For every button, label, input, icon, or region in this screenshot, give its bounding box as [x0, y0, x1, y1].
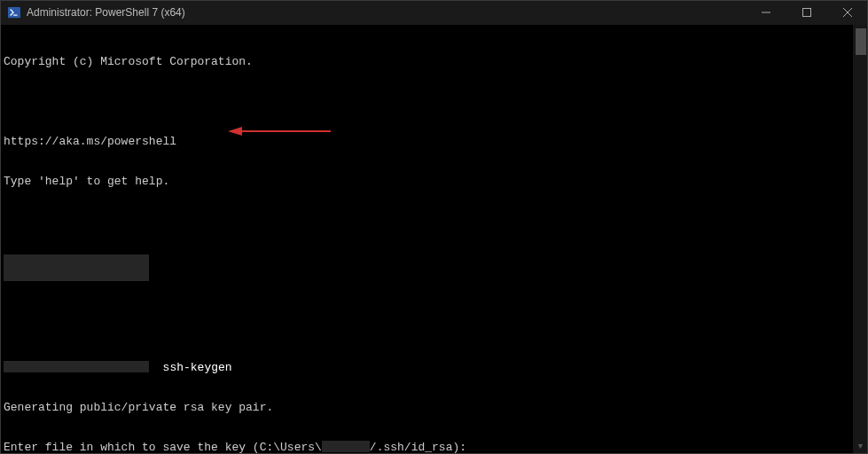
- output-line: [4, 215, 868, 228]
- svg-rect-0: [8, 7, 20, 18]
- output-line: Copyright (c) Microsoft Corporation.: [4, 55, 868, 68]
- command-line: ssh-keygen: [4, 361, 868, 374]
- scrollbar-thumb[interactable]: [856, 28, 866, 55]
- maximize-button[interactable]: [786, 0, 827, 25]
- output-line: Generating public/private rsa key pair.: [4, 401, 868, 414]
- output-line: [4, 308, 868, 334]
- output-line: [4, 254, 868, 281]
- scrollbar-track[interactable]: ▲ ▼: [853, 25, 868, 454]
- output-line: Enter file in which to save the key (C:\…: [4, 441, 868, 454]
- powershell-icon: [7, 6, 21, 19]
- window-controls: [746, 0, 868, 25]
- scroll-down-icon[interactable]: ▼: [853, 439, 868, 454]
- titlebar-left: Administrator: PowerShell 7 (x64): [7, 6, 185, 19]
- close-button[interactable]: [827, 0, 868, 25]
- terminal-output[interactable]: Copyright (c) Microsoft Corporation. htt…: [0, 25, 868, 454]
- titlebar[interactable]: Administrator: PowerShell 7 (x64): [0, 0, 868, 25]
- command-text: ssh-keygen: [163, 361, 232, 374]
- output-line: Type 'help' to get help.: [4, 175, 868, 188]
- output-line: https://aka.ms/powershell: [4, 135, 868, 148]
- svg-rect-3: [803, 9, 811, 17]
- minimize-button[interactable]: [746, 0, 786, 25]
- window-title: Administrator: PowerShell 7 (x64): [27, 6, 185, 19]
- output-line: [4, 95, 868, 108]
